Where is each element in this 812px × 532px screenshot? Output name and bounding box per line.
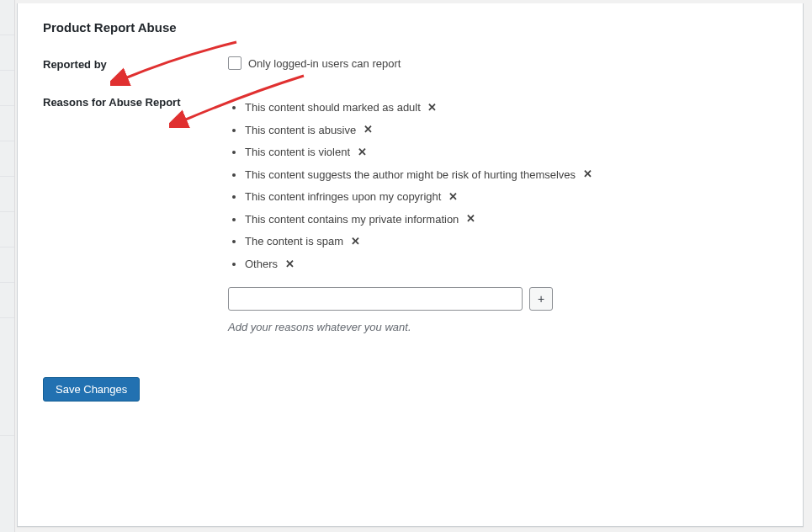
reason-item: This content contains my private informa…	[245, 213, 778, 227]
reason-text: This content contains my private informa…	[245, 213, 459, 226]
add-reason-helper: Add your reasons whatever you want.	[228, 321, 778, 333]
reported-by-label: Reported by	[43, 56, 228, 71]
remove-reason-icon[interactable]: ✕	[426, 102, 439, 115]
reason-item: This content should marked as adult✕	[245, 101, 778, 115]
add-reason-input[interactable]	[228, 287, 523, 311]
plus-icon: +	[538, 292, 544, 306]
reason-item: The content is spam✕	[245, 235, 778, 249]
left-sidebar-stub	[0, 0, 15, 532]
remove-reason-icon[interactable]: ✕	[446, 191, 459, 205]
remove-reason-icon[interactable]: ✕	[581, 168, 594, 182]
reason-text: Others	[245, 258, 278, 270]
reason-text: This content is violent	[245, 146, 350, 158]
section-title: Product Report Abuse	[43, 20, 778, 35]
reason-text: This content suggests the author might b…	[245, 168, 576, 181]
reason-text: The content is spam	[245, 235, 343, 247]
add-reason-button[interactable]: +	[529, 287, 553, 311]
remove-reason-icon[interactable]: ✕	[355, 146, 369, 160]
reason-item: This content is violent✕	[245, 146, 778, 160]
reason-text: This content should marked as adult	[245, 101, 421, 114]
reason-item: This content is abusive✕	[245, 124, 778, 138]
reason-text: This content is abusive	[245, 124, 356, 136]
save-changes-button[interactable]: Save Changes	[43, 377, 140, 402]
reasons-row: Reasons for Abuse Report This content sh…	[43, 94, 778, 333]
remove-reason-icon[interactable]: ✕	[348, 236, 362, 249]
only-logged-in-checkbox[interactable]	[228, 56, 241, 70]
reasons-list: This content should marked as adult✕This…	[228, 101, 778, 272]
remove-reason-icon[interactable]: ✕	[361, 124, 374, 137]
reason-item: Others✕	[245, 258, 778, 272]
remove-reason-icon[interactable]: ✕	[283, 258, 296, 272]
only-logged-in-label[interactable]: Only logged-in users can report	[248, 57, 401, 70]
reason-item: This content infringes upon my copyright…	[245, 190, 778, 205]
reasons-label: Reasons for Abuse Report	[43, 94, 228, 109]
remove-reason-icon[interactable]: ✕	[464, 213, 477, 226]
reason-item: This content suggests the author might b…	[245, 168, 778, 183]
reason-text: This content infringes upon my copyright	[245, 190, 441, 203]
settings-panel: Product Report Abuse Reported by Only lo…	[17, 3, 804, 527]
reported-by-row: Reported by Only logged-in users can rep…	[43, 56, 778, 71]
